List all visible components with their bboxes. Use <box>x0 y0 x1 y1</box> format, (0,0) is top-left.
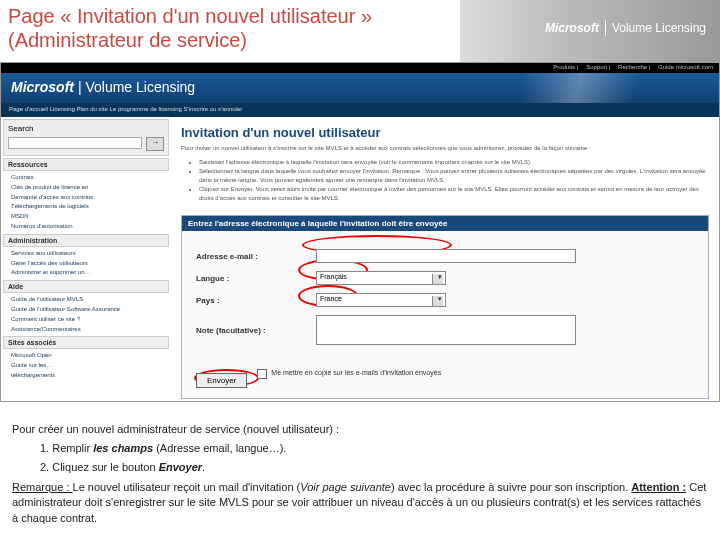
nav-msopen[interactable]: Microsoft Open <box>1 351 171 361</box>
ms-volume-licensing-logo: Microsoft Volume Licensing <box>545 20 706 36</box>
blue-logo: Microsoft | Volume Licensing <box>1 73 205 101</box>
search-go-button[interactable] <box>146 137 164 151</box>
nav-admin[interactable]: Administrer et supprimer un… <box>1 268 171 278</box>
title-l2: (Administrateur de service) <box>8 29 247 51</box>
title-l1: Page « Invitation d'un nouvel utilisateu… <box>8 5 372 27</box>
topnav-recherche[interactable]: Recherche <box>618 64 647 70</box>
nav-services[interactable]: Services aux utilisateurs <box>1 249 171 259</box>
nav-contrats[interactable]: Contrats <box>1 173 171 183</box>
copy-me-checkbox[interactable] <box>257 369 267 379</box>
search-input[interactable] <box>8 137 142 149</box>
footer-remark: Remarque : Le nouvel utilisateur reçoit … <box>12 480 708 526</box>
nav-h-sites: Sites associés <box>3 336 169 349</box>
lbl-note: Note (facultative) : <box>196 326 316 335</box>
nav-guide2[interactable]: Guide sur les… <box>1 361 171 371</box>
slide-header: Page « Invitation d'un nouvel utilisateu… <box>0 0 720 62</box>
nav-cles[interactable]: Clés de produit de licence en <box>1 183 171 193</box>
bullet-1: Saisissez l'adresse électronique à laque… <box>199 158 709 167</box>
lang-select[interactable]: Français <box>316 271 446 285</box>
footer-step1: 1. Remplir les champs (Adresse email, la… <box>12 441 708 456</box>
lbl-email: Adresse e-mail : <box>196 252 316 261</box>
nav-gerer[interactable]: Gérer l'accès des utilisateurs <box>1 259 171 269</box>
country-select[interactable]: France <box>316 293 446 307</box>
bullet-3: Cliquez sur Envoyer. Vous serez alors in… <box>199 185 709 203</box>
blue-wave-deco <box>439 73 719 103</box>
row-email: Adresse e-mail : <box>196 249 694 263</box>
nav-dl[interactable]: téléchargements <box>1 371 171 381</box>
nav-comment[interactable]: Comment utiliser ce site ? <box>1 315 171 325</box>
bullet-2: Sélectionnez la langue dans laquelle vou… <box>199 167 709 185</box>
slide-footer-notes: Pour créer un nouvel administrateur de s… <box>0 410 720 540</box>
nav-demande[interactable]: Demande d'accès aux contrats <box>1 193 171 203</box>
lbl-country: Pays : <box>196 296 316 305</box>
nav-h-admin: Administration <box>3 234 169 247</box>
nav-h-ressources: Ressources <box>3 158 169 171</box>
vl-text: Volume Licensing <box>612 21 706 35</box>
page-heading: Invitation d'un nouvel utilisateur <box>181 123 709 144</box>
form-header: Entrez l'adresse électronique à laquelle… <box>182 216 708 231</box>
search-label: Search <box>8 124 164 133</box>
left-column: Search Ressources Contrats Clés de produ… <box>1 117 171 401</box>
nav-numeros[interactable]: Numéros d'autorisation <box>1 222 171 232</box>
form-body: Adresse e-mail : Langue : Français Pays … <box>182 231 708 363</box>
blue-sub-bar: Page d'accueil Licensing Plan du site Le… <box>1 103 719 117</box>
copy-me-label: Me mettre en copie sur les e-mails d'inv… <box>271 369 441 377</box>
email-input[interactable] <box>316 249 576 263</box>
copy-me-wrap: Me mettre en copie sur les e-mails d'inv… <box>257 369 441 379</box>
blue-ms: Microsoft <box>11 79 74 95</box>
blue-brand-bar: Microsoft | Volume Licensing <box>1 73 719 103</box>
top-black-bar: Produits | Support | Recherche | Guide m… <box>1 63 719 73</box>
nav-guide-sa[interactable]: Guide de l'utilisateur Software Assuranc… <box>1 305 171 315</box>
topnav-produits[interactable]: Produits <box>553 64 575 70</box>
submit-button[interactable]: Envoyer <box>196 373 247 388</box>
topnav-support[interactable]: Support <box>586 64 607 70</box>
footer-step2: 2. Cliquez sur le bouton Envoyer. <box>12 460 708 475</box>
ms-text: Microsoft <box>545 21 599 35</box>
blue-vl: Volume Licensing <box>85 79 195 95</box>
row-note: Note (facultative) : <box>196 315 694 345</box>
form-panel: Entrez l'adresse électronique à laquelle… <box>181 215 709 399</box>
intro-text: Pour inviter un nouvel utilisateur à s'i… <box>181 144 709 152</box>
note-textarea[interactable] <box>316 315 576 345</box>
nav-telech[interactable]: Téléchargements de logiciels <box>1 202 171 212</box>
app-body: Search Ressources Contrats Clés de produ… <box>1 117 719 401</box>
nav-assist[interactable]: Assistance/Commentaires <box>1 325 171 335</box>
row-lang: Langue : Français <box>196 271 694 285</box>
bullet-list: Saisissez l'adresse électronique à laque… <box>181 152 709 209</box>
form-footer: Envoyer Me mettre en copie sur les e-mai… <box>182 363 708 398</box>
footer-intro: Pour créer un nouvel administrateur de s… <box>12 422 708 437</box>
nav-guide-mvls[interactable]: Guide de l'utilisateur MVLS <box>1 295 171 305</box>
row-country: Pays : France <box>196 293 694 307</box>
nav-msdn[interactable]: MSDN <box>1 212 171 222</box>
embedded-screenshot: Produits | Support | Recherche | Guide m… <box>0 62 720 402</box>
logo-sep <box>605 20 606 36</box>
topnav-guide[interactable]: Guide microsoft.com <box>658 64 713 70</box>
main-column: Invitation d'un nouvel utilisateur Pour … <box>171 117 719 401</box>
lbl-lang: Langue : <box>196 274 316 283</box>
nav-h-aide: Aide <box>3 280 169 293</box>
search-box: Search <box>3 119 169 156</box>
